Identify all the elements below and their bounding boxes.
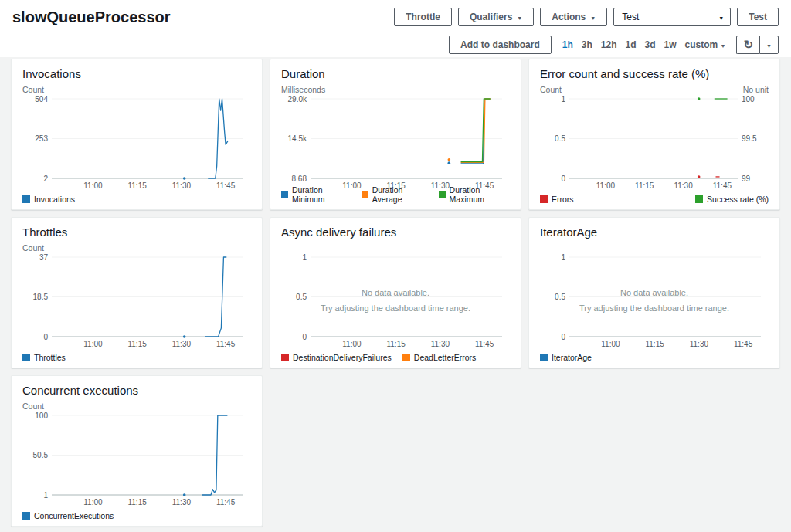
test-event-select[interactable]: Test ▼ — [613, 8, 731, 26]
test-button[interactable]: Test — [737, 8, 779, 26]
y-axis-unit-label: Count — [22, 243, 44, 252]
metrics-grid: Invocations Count 504253211:0011:1511:30… — [0, 57, 791, 532]
chart-plot-area[interactable]: 10.5010099.59911:0011:1511:3011:45 — [540, 94, 769, 192]
chart-invocations: Invocations Count 504253211:0011:1511:30… — [11, 59, 263, 210]
page-header: slowQueueProcessor Throttle Qualifiers ▼… — [0, 0, 791, 57]
legend-label: DestinationDeliveryFailures — [293, 353, 392, 362]
chart-error-count-success-rate: Error count and success rate (%) CountNo… — [528, 59, 780, 210]
chart-async-delivery-failures: Async delivery failures 10.5011:0011:151… — [270, 217, 521, 368]
legend-color-chip — [402, 354, 410, 361]
svg-text:11:45: 11:45 — [713, 181, 732, 190]
range-1d[interactable]: 1d — [625, 39, 636, 50]
actions-button[interactable]: Actions ▼ — [540, 8, 607, 26]
svg-text:50.5: 50.5 — [33, 451, 49, 459]
chart-title: Concurrent executions — [22, 384, 251, 397]
svg-text:11:30: 11:30 — [674, 181, 693, 190]
chart-plot-area[interactable]: 10.5011:0011:1511:3011:45No data availab… — [281, 252, 510, 351]
legend-color-chip — [695, 195, 703, 203]
svg-text:11:30: 11:30 — [431, 340, 450, 348]
svg-text:11:30: 11:30 — [172, 340, 192, 348]
legend-item[interactable]: DestinationDeliveryFailures — [281, 353, 392, 362]
svg-text:1: 1 — [561, 95, 565, 103]
svg-text:11:00: 11:00 — [83, 181, 103, 190]
svg-text:253: 253 — [35, 134, 48, 143]
legend-color-chip — [281, 354, 289, 361]
svg-text:11:15: 11:15 — [645, 340, 664, 348]
svg-text:8.68: 8.68 — [292, 175, 307, 183]
y-axis-unit-label: Count — [540, 85, 562, 94]
chart-plot-area[interactable]: 504253211:0011:1511:3011:45 — [22, 94, 251, 192]
legend-color-chip — [22, 195, 30, 203]
chart-legend: Throttles — [22, 351, 251, 364]
legend-label: DeadLetterErrors — [414, 353, 477, 362]
svg-text:11:15: 11:15 — [127, 498, 147, 507]
chart-legend: IteratorAge — [540, 351, 769, 364]
svg-text:11:45: 11:45 — [475, 181, 494, 190]
legend-item[interactable]: Throttles — [22, 353, 66, 362]
legend-label: Success rate (%) — [707, 195, 769, 204]
svg-text:504: 504 — [35, 95, 48, 103]
svg-text:11:15: 11:15 — [127, 181, 147, 190]
chart-plot-area[interactable]: 29.0k14.5k8.6811:0011:1511:3011:45 — [281, 94, 510, 183]
svg-text:11:45: 11:45 — [734, 340, 753, 348]
range-12h[interactable]: 12h — [601, 39, 617, 50]
legend-item[interactable]: DeadLetterErrors — [402, 353, 477, 362]
svg-text:11:00: 11:00 — [596, 181, 616, 190]
chart-throttles: Throttles Count 3718.5011:0011:1511:3011… — [11, 217, 263, 368]
chart-iterator-age: IteratorAge 10.5011:0011:1511:3011:45No … — [528, 217, 780, 368]
legend-color-chip — [540, 195, 548, 203]
y-axis-unit-label-right: No unit — [743, 85, 769, 94]
svg-text:99.5: 99.5 — [742, 134, 757, 143]
range-3d[interactable]: 3d — [645, 39, 656, 50]
legend-item[interactable]: Invocations — [22, 195, 75, 204]
svg-text:11:45: 11:45 — [216, 498, 236, 507]
legend-item[interactable]: IteratorAge — [540, 353, 592, 362]
svg-text:11:45: 11:45 — [475, 340, 494, 348]
svg-text:11:45: 11:45 — [216, 340, 236, 348]
chevron-down-icon: ▼ — [718, 15, 724, 21]
refresh-button[interactable]: ↻ — [736, 36, 759, 54]
range-3h[interactable]: 3h — [582, 39, 592, 50]
svg-text:11:30: 11:30 — [690, 340, 709, 348]
range-1h[interactable]: 1h — [562, 39, 573, 50]
legend-color-chip — [22, 512, 30, 520]
no-data-message: No data available.Try adjusting the dash… — [281, 286, 510, 317]
chevron-down-icon: ▼ — [766, 43, 772, 49]
chart-plot-area[interactable]: 3718.5011:0011:1511:3011:45 — [22, 252, 251, 351]
legend-color-chip — [22, 354, 30, 361]
svg-text:0: 0 — [561, 175, 565, 183]
range-custom[interactable]: custom ▼ — [685, 39, 726, 50]
svg-text:11:45: 11:45 — [216, 181, 236, 190]
svg-text:11:00: 11:00 — [83, 498, 103, 507]
legend-color-chip — [540, 354, 548, 361]
svg-text:0: 0 — [43, 333, 48, 341]
svg-text:14.5k: 14.5k — [288, 134, 307, 143]
add-to-dashboard-button[interactable]: Add to dashboard — [449, 36, 552, 54]
actions-label: Actions — [552, 12, 586, 22]
legend-label: Errors — [552, 195, 574, 204]
legend-item[interactable]: ConcurrentExecutions — [22, 511, 114, 520]
range-1w[interactable]: 1w — [664, 39, 677, 50]
svg-text:11:30: 11:30 — [172, 181, 192, 190]
throttle-button[interactable]: Throttle — [394, 8, 452, 26]
legend-item[interactable]: Errors — [540, 195, 574, 204]
svg-text:18.5: 18.5 — [33, 293, 49, 301]
chart-plot-area[interactable]: 10.5011:0011:1511:3011:45No data availab… — [540, 252, 769, 351]
chart-title: IteratorAge — [540, 225, 769, 239]
chart-plot-area[interactable]: 10050.5111:0011:1511:3011:45 — [22, 411, 251, 509]
qualifiers-button[interactable]: Qualifiers ▼ — [458, 8, 534, 26]
svg-text:100: 100 — [35, 412, 48, 420]
svg-text:11:30: 11:30 — [172, 498, 192, 507]
time-range-selector: 1h3h12h1d3d1wcustom ▼ — [562, 39, 726, 50]
refresh-options-button[interactable]: ▼ — [759, 36, 779, 54]
legend-item[interactable]: Success rate (%) — [695, 195, 769, 204]
svg-text:0: 0 — [302, 333, 307, 341]
legend-label: ConcurrentExecutions — [34, 511, 114, 520]
svg-text:100: 100 — [742, 95, 755, 103]
svg-text:0.5: 0.5 — [555, 134, 565, 143]
svg-text:0: 0 — [561, 333, 565, 341]
svg-text:11:00: 11:00 — [342, 181, 362, 190]
chart-title: Error count and success rate (%) — [540, 67, 769, 80]
chart-legend: ConcurrentExecutions — [22, 509, 251, 523]
header-actions: Throttle Qualifiers ▼ Actions ▼ Test ▼ T… — [394, 8, 779, 26]
